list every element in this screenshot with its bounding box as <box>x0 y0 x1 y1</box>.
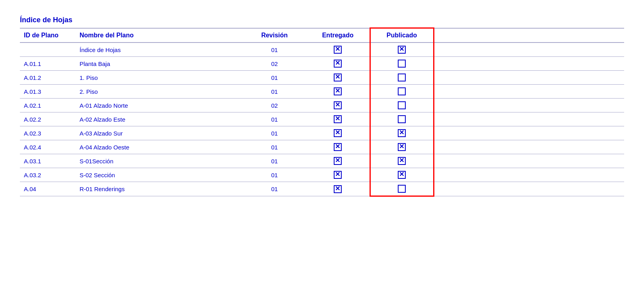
table-row: A.02.3A-03 Alzado Sur01 <box>20 126 624 140</box>
checkbox-checked-icon <box>334 171 342 179</box>
cell-revision: 01 <box>243 168 306 182</box>
checkbox-checked-icon <box>334 87 342 95</box>
cell-id <box>20 43 76 57</box>
table-row: Índice de Hojas01 <box>20 43 624 57</box>
cell-delivered <box>306 57 370 71</box>
cell-name: 2. Piso <box>76 85 243 99</box>
cell-published <box>370 154 434 168</box>
cell-empty <box>434 154 624 168</box>
table-row: A.01.32. Piso01 <box>20 85 624 99</box>
cell-delivered <box>306 99 370 112</box>
cell-delivered <box>306 71 370 85</box>
col-header-id: ID de Plano <box>20 28 76 43</box>
col-header-published: Publicado <box>370 28 434 43</box>
cell-id: A.03.2 <box>20 168 76 182</box>
cell-name: 1. Piso <box>76 71 243 85</box>
cell-revision: 02 <box>243 99 306 112</box>
checkbox-checked-icon <box>334 143 342 151</box>
cell-empty <box>434 126 624 140</box>
table-row: A.01.21. Piso01 <box>20 71 624 85</box>
cell-empty <box>434 85 624 99</box>
table-row: A.02.2A-02 Alzado Este01 <box>20 112 624 126</box>
cell-published <box>370 126 434 140</box>
checkbox-unchecked-icon <box>398 101 406 109</box>
checkbox-checked-icon <box>398 171 406 179</box>
checkbox-checked-icon <box>398 129 406 137</box>
cell-empty <box>434 57 624 71</box>
cell-revision: 01 <box>243 154 306 168</box>
checkbox-checked-icon <box>334 129 342 137</box>
checkbox-checked-icon <box>398 143 406 151</box>
cell-published <box>370 112 434 126</box>
cell-empty <box>434 112 624 126</box>
checkbox-checked-icon <box>334 157 342 165</box>
table-row: A.03.1S-01Sección01 <box>20 154 624 168</box>
cell-delivered <box>306 43 370 57</box>
cell-revision: 01 <box>243 182 306 196</box>
cell-name: Índice de Hojas <box>76 43 243 57</box>
table-row: A.02.4A-04 Alzado Oeste01 <box>20 140 624 154</box>
cell-id: A.02.1 <box>20 99 76 112</box>
cell-published <box>370 182 434 196</box>
cell-name: S-02 Sección <box>76 168 243 182</box>
cell-empty <box>434 182 624 196</box>
table-row: A.03.2S-02 Sección01 <box>20 168 624 182</box>
cell-delivered <box>306 85 370 99</box>
cell-delivered <box>306 126 370 140</box>
checkbox-unchecked-icon <box>398 115 406 123</box>
cell-revision: 01 <box>243 126 306 140</box>
cell-id: A.02.4 <box>20 140 76 154</box>
col-header-delivered: Entregado <box>306 28 370 43</box>
cell-revision: 02 <box>243 57 306 71</box>
cell-revision: 01 <box>243 43 306 57</box>
index-table: ID de Plano Nombre del Plano Revisión En… <box>20 27 624 197</box>
table-header-row: ID de Plano Nombre del Plano Revisión En… <box>20 28 624 43</box>
table-body: Índice de Hojas01A.01.1Planta Baja02A.01… <box>20 43 624 196</box>
cell-id: A.03.1 <box>20 154 76 168</box>
checkbox-unchecked-icon <box>398 74 406 81</box>
cell-published <box>370 99 434 112</box>
checkbox-checked-icon <box>334 185 342 193</box>
cell-published <box>370 57 434 71</box>
col-header-revision: Revisión <box>243 28 306 43</box>
cell-name: A-02 Alzado Este <box>76 112 243 126</box>
cell-revision: 01 <box>243 112 306 126</box>
cell-empty <box>434 140 624 154</box>
table-row: A.02.1A-01 Alzado Norte02 <box>20 99 624 112</box>
cell-empty <box>434 168 624 182</box>
cell-published <box>370 85 434 99</box>
cell-id: A.01.3 <box>20 85 76 99</box>
cell-id: A.02.3 <box>20 126 76 140</box>
cell-id: A.01.1 <box>20 57 76 71</box>
cell-id: A.01.2 <box>20 71 76 85</box>
cell-empty <box>434 43 624 57</box>
cell-name: S-01Sección <box>76 154 243 168</box>
cell-published <box>370 43 434 57</box>
cell-name: Planta Baja <box>76 57 243 71</box>
cell-revision: 01 <box>243 71 306 85</box>
checkbox-checked-icon <box>398 46 406 54</box>
cell-revision: 01 <box>243 85 306 99</box>
table-row: A.04R-01 Renderings01 <box>20 182 624 196</box>
col-header-empty <box>434 28 624 43</box>
checkbox-unchecked-icon <box>398 87 406 95</box>
cell-id: A.02.2 <box>20 112 76 126</box>
cell-delivered <box>306 112 370 126</box>
checkbox-checked-icon <box>334 115 342 123</box>
checkbox-unchecked-icon <box>398 185 406 193</box>
cell-name: A-04 Alzado Oeste <box>76 140 243 154</box>
checkbox-checked-icon <box>334 46 342 54</box>
cell-delivered <box>306 182 370 196</box>
cell-id: A.04 <box>20 182 76 196</box>
table-row: A.01.1Planta Baja02 <box>20 57 624 71</box>
cell-name: A-03 Alzado Sur <box>76 126 243 140</box>
cell-published <box>370 71 434 85</box>
cell-delivered <box>306 168 370 182</box>
cell-delivered <box>306 140 370 154</box>
cell-name: A-01 Alzado Norte <box>76 99 243 112</box>
cell-empty <box>434 71 624 85</box>
cell-delivered <box>306 154 370 168</box>
cell-published <box>370 140 434 154</box>
cell-revision: 01 <box>243 140 306 154</box>
cell-published <box>370 168 434 182</box>
